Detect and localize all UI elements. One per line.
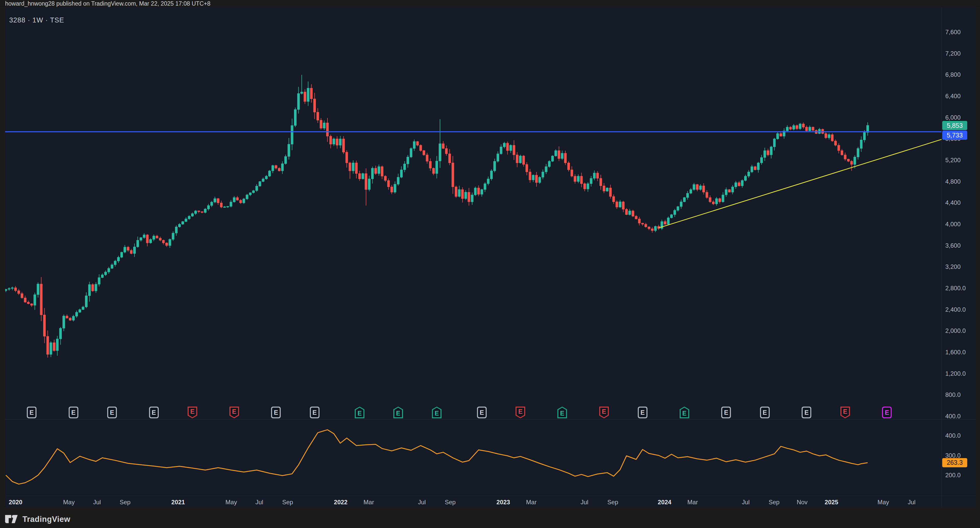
- price-tick-label: 4,800: [945, 178, 961, 185]
- tradingview-brand-text: TradingView: [22, 515, 70, 524]
- price-tick-label: 400.0: [945, 413, 961, 420]
- earnings-marker-icon[interactable]: E: [229, 407, 239, 418]
- time-axis-month-label: Sep: [120, 499, 130, 506]
- earnings-marker-icon[interactable]: E: [679, 407, 689, 418]
- time-axis-month-label: May: [63, 499, 75, 506]
- earnings-marker-icon[interactable]: E: [355, 407, 364, 418]
- price-tick-label: 1,600.0: [945, 349, 966, 356]
- publish-bar: howard_hnwong28 published on TradingView…: [0, 0, 980, 7]
- price-tick-label: 1,200.0: [945, 370, 966, 377]
- price-tick-label: 6,800: [945, 71, 961, 78]
- time-axis-month-label: Jul: [581, 499, 589, 506]
- tradingview-attribution[interactable]: TradingView: [5, 513, 70, 525]
- time-axis-month-label: Mar: [526, 499, 536, 506]
- indicator-tick-label: 200.0: [945, 472, 961, 479]
- earnings-marker-icon[interactable]: E: [557, 407, 567, 418]
- price-tick-label: 800.0: [945, 391, 961, 398]
- time-axis-month-label: May: [225, 499, 237, 506]
- time-axis-month-label: Jul: [93, 499, 101, 506]
- level-price-badge: 5,733: [942, 131, 967, 140]
- indicator-value-badge: 263.3: [942, 458, 967, 467]
- time-axis-year-label: 2020: [9, 499, 22, 506]
- time-axis-month-label: Sep: [282, 499, 293, 506]
- price-tick-label: 3,600: [945, 242, 961, 249]
- time-axis-month-label: Sep: [769, 499, 780, 506]
- chart-canvas[interactable]: [5, 7, 976, 509]
- earnings-marker-icon[interactable]: E: [149, 407, 159, 418]
- earnings-marker-icon[interactable]: E: [882, 407, 892, 418]
- earnings-marker-icon[interactable]: E: [107, 407, 117, 418]
- time-axis-month-label: Mar: [687, 499, 698, 506]
- price-tick-label: 7,200: [945, 50, 961, 57]
- earnings-marker-icon[interactable]: E: [638, 407, 648, 418]
- earnings-marker-icon[interactable]: E: [393, 407, 403, 418]
- earnings-marker-icon[interactable]: E: [760, 407, 770, 418]
- time-axis-month-label: Jul: [908, 499, 916, 506]
- earnings-marker-icon[interactable]: E: [271, 407, 281, 418]
- price-tick-label: 2,800.0: [945, 285, 966, 292]
- time-axis-month-label: Nov: [797, 499, 808, 506]
- earnings-marker-icon[interactable]: E: [432, 407, 442, 418]
- time-axis-month-label: Jul: [256, 499, 263, 506]
- earnings-marker-icon[interactable]: E: [840, 407, 850, 418]
- earnings-marker-icon[interactable]: E: [515, 407, 525, 418]
- price-tick-label: 4,000: [945, 220, 961, 228]
- time-axis-year-label: 2024: [658, 499, 671, 506]
- price-tick-label: 6,400: [945, 93, 961, 100]
- earnings-marker-icon[interactable]: E: [599, 407, 609, 418]
- symbol-title: 3288 · 1W · TSE: [9, 16, 64, 24]
- earnings-marker-icon[interactable]: E: [802, 407, 811, 418]
- price-tick-label: 5,200: [945, 157, 961, 164]
- time-axis-month-label: Sep: [608, 499, 618, 506]
- time-axis-month-label: Jul: [418, 499, 426, 506]
- last-price-badge: 5,853: [942, 121, 967, 130]
- time-axis-year-label: 2022: [334, 499, 347, 506]
- tradingview-snapshot: howard_hnwong28 published on TradingView…: [0, 0, 980, 528]
- price-tick-label: 4,400: [945, 199, 961, 206]
- time-axis-month-label: Mar: [363, 499, 374, 506]
- time-axis-month-label: Jul: [742, 499, 750, 506]
- price-tick-label: 6,000: [945, 114, 961, 121]
- price-tick-label: 7,600: [945, 29, 961, 36]
- earnings-marker-icon[interactable]: E: [310, 407, 320, 418]
- price-tick-label: 2,400.0: [945, 306, 966, 313]
- time-axis-month-label: May: [877, 499, 889, 506]
- tradingview-logo-icon: [5, 515, 19, 524]
- time-axis-year-label: 2023: [496, 499, 510, 506]
- chart-widget[interactable]: 3288 · 1W · TSE 7,6007,2006,8006,4006,00…: [5, 7, 976, 507]
- earnings-marker-icon[interactable]: E: [477, 407, 487, 418]
- publish-line: howard_hnwong28 published on TradingView…: [0, 0, 980, 7]
- price-tick-label: 3,200: [945, 263, 961, 270]
- time-axis-year-label: 2025: [824, 499, 838, 506]
- price-tick-label: 2,000.0: [945, 327, 966, 335]
- time-axis-month-label: Sep: [445, 499, 456, 506]
- time-axis-year-label: 2021: [171, 499, 185, 506]
- earnings-marker-icon[interactable]: E: [68, 407, 78, 418]
- earnings-marker-icon[interactable]: E: [188, 407, 197, 418]
- earnings-marker-icon[interactable]: E: [27, 407, 37, 418]
- indicator-tick-label: 400.0: [945, 432, 961, 439]
- earnings-marker-icon[interactable]: E: [721, 407, 731, 418]
